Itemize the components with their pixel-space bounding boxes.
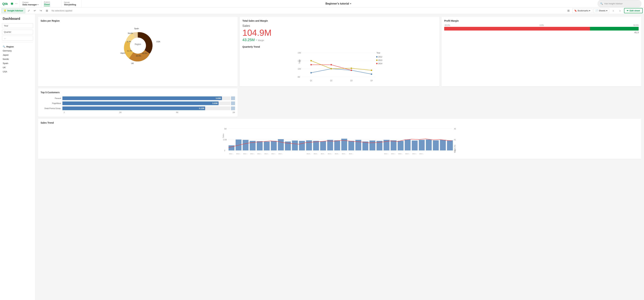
nav-prev-btn[interactable]: ‹ [610, 8, 616, 14]
svg-text:2014-...: 2014-... [420, 153, 424, 154]
profit-red-segment [444, 27, 590, 30]
toolbar-right: ⊞ 🔖 Bookmarks ▾ 📄 Sheets ▾ ‹ › ✏ Edit sh… [566, 8, 643, 14]
list-item-nordic[interactable]: Nordic [0, 57, 35, 61]
profit-green-segment [590, 27, 639, 30]
top-nav: Qlik ··· Prepare Data manager ▾ Analyze … [0, 0, 644, 8]
content-area: Sales per Region [35, 14, 644, 300]
redo-icon-btn[interactable]: ↪ [38, 8, 44, 14]
quarterly-trend-title: Quarterly Trend [242, 46, 437, 48]
quarterly-chart-wrap: 14M 12M 10M 8M Q1 Q2 Q3 [242, 50, 437, 84]
svg-text:2013-...: 2013-... [335, 153, 339, 154]
list-item-japan[interactable]: Japan [0, 53, 35, 57]
list-item-uk[interactable]: UK [0, 66, 35, 70]
svg-point-29 [371, 74, 372, 75]
donut-chart: Region USA 45.5% 26.9% 11.3% 9.9% Nordic… [111, 26, 165, 66]
sales-trend-title: Sales Trend [40, 122, 639, 124]
svg-text:2014-...: 2014-... [398, 153, 403, 154]
svg-point-30 [310, 60, 312, 62]
svg-rect-58 [243, 140, 248, 150]
main-layout: Dashboard Year Quarter ... 🔍 Region Germ… [0, 14, 644, 300]
dashboard-grid: Sales per Region [38, 17, 641, 159]
svg-rect-86 [440, 140, 446, 150]
svg-text:10M: 10M [298, 68, 301, 70]
nav-narrate[interactable]: Narrate Storytelling [62, 0, 82, 7]
undo-icon-btn[interactable]: ↩ [32, 8, 38, 14]
list-item-germany[interactable]: Germany [0, 49, 35, 53]
search-placeholder: Ask Insight Advisor [604, 2, 623, 5]
snapshot-icon-btn[interactable]: ⊞ [44, 8, 50, 14]
narrate-title: Storytelling [64, 3, 76, 6]
svg-point-33 [371, 70, 372, 71]
sales-trend-card: Sales Trend 5M 2.5M 0 46 41 36 Sales [38, 119, 641, 159]
nav-more-icon[interactable]: ··· [15, 2, 18, 5]
analyze-title: Sheet [44, 3, 50, 6]
svg-text:Q2: Q2 [330, 80, 332, 82]
profit-margin-title: Profit Margin [444, 20, 639, 22]
filter-more[interactable]: ... [2, 36, 33, 40]
bar-value-deak: 5.11M [199, 107, 205, 109]
insight-advisor-label: Insight Advisor [8, 10, 23, 12]
svg-text:2013-...: 2013-... [307, 153, 311, 154]
svg-text:Spain: Spain [134, 28, 139, 30]
nav-analyze[interactable]: Analyze Sheet [41, 0, 62, 7]
svg-rect-56 [229, 146, 234, 150]
bar-axis: 0 2M 4M 6M [40, 112, 235, 113]
bar-value-pagewave: 5.63M [212, 102, 218, 104]
filter-year[interactable]: Year [2, 23, 33, 28]
sheets-icon: 📄 [595, 10, 598, 12]
top5-customers-card: Top 5 Customers Paracel 5.69M PageWave [38, 88, 238, 117]
svg-text:UK: UK [131, 62, 134, 64]
expand-icon-btn[interactable]: ⤢ [26, 8, 31, 14]
svg-text:2013-...: 2013-... [314, 153, 318, 154]
margin-label: Margin [258, 39, 264, 42]
narrate-label: Narrate [64, 2, 79, 3]
list-item-spain[interactable]: Spain [0, 61, 35, 66]
list-item-usa[interactable]: USA [0, 70, 35, 74]
svg-rect-57 [236, 140, 242, 150]
bookmarks-btn[interactable]: 🔖 Bookmarks ▾ [572, 8, 592, 13]
bar-row-pagewave: PageWave 5.63M [40, 102, 235, 105]
svg-text:41: 41 [454, 139, 456, 141]
svg-point-36 [351, 70, 352, 71]
edit-sheet-btn[interactable]: ✏ Edit sheet [624, 8, 643, 13]
sales-value: 104.9M [242, 28, 437, 37]
svg-rect-76 [370, 140, 376, 150]
svg-text:2012-...: 2012-... [236, 153, 241, 154]
svg-rect-66 [299, 141, 305, 150]
ask-insight-advisor-search[interactable]: 🔍 Ask Insight Advisor [598, 0, 641, 7]
bar-mini-deak [231, 106, 235, 110]
svg-text:9.9%: 9.9% [127, 40, 131, 42]
svg-rect-83 [419, 140, 425, 150]
bar-wrap-paracel: 5.69M [62, 96, 230, 100]
svg-text:Sales: Sales [298, 59, 300, 64]
sales-per-region-card: Sales per Region [38, 17, 238, 86]
region-label: Region [6, 46, 14, 48]
svg-rect-65 [292, 140, 298, 150]
nav-prepare[interactable]: Prepare Data manager ▾ [20, 0, 41, 7]
svg-text:8M: 8M [298, 76, 300, 78]
svg-text:5M: 5M [224, 128, 227, 130]
prepare-chevron: ▾ [38, 4, 38, 6]
svg-text:2012-...: 2012-... [278, 153, 283, 154]
svg-rect-82 [412, 140, 418, 150]
svg-text:0: 0 [224, 150, 225, 152]
profit-axis-mid: 0.0% [540, 24, 544, 26]
bar-value-paracel: 5.69M [216, 97, 222, 99]
filter-quarter[interactable]: Quarter [2, 30, 33, 34]
grid-view-btn[interactable]: ⊞ [566, 8, 571, 14]
svg-text:2012-...: 2012-... [250, 153, 255, 154]
svg-point-38 [376, 56, 378, 58]
svg-text:2013-...: 2013-... [321, 153, 325, 154]
svg-rect-73 [348, 141, 354, 150]
svg-text:2012: 2012 [378, 56, 382, 58]
insight-advisor-button[interactable]: 💡 Insight Advisor [1, 8, 25, 13]
bar-mini-paracel [231, 96, 235, 100]
svg-point-3 [130, 38, 146, 54]
nav-next-btn[interactable]: › [617, 8, 623, 14]
svg-text:Region: Region [134, 43, 141, 46]
region-search-icon: 🔍 [3, 46, 5, 48]
sheets-btn[interactable]: 📄 Sheets ▾ [594, 8, 609, 13]
svg-rect-80 [398, 141, 404, 150]
app-title[interactable]: Beginner's tutorial ▾ [326, 2, 351, 5]
bar-wrap-pagewave: 5.63M [62, 102, 230, 105]
